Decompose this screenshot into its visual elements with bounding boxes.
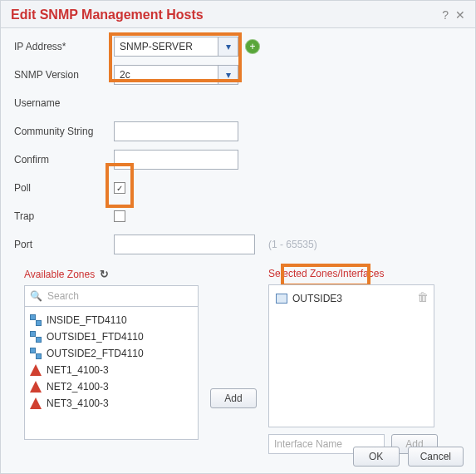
dialog-footer: OK Cancel: [353, 447, 464, 467]
zone-icon: [30, 331, 42, 343]
zones-mid-col: Add: [210, 268, 257, 454]
community-label: Community String: [14, 126, 114, 137]
row-poll: Poll ✓: [14, 178, 462, 198]
zone-item-label: NET1_4100-3: [47, 364, 109, 376]
list-item[interactable]: NET3_4100-3: [28, 395, 194, 412]
list-item[interactable]: INSIDE_FTD4110: [28, 312, 194, 328]
list-item[interactable]: OUTSIDE3: [274, 290, 429, 307]
trash-icon[interactable]: 🗑: [417, 290, 429, 304]
row-community: Community String: [14, 121, 462, 141]
username-label: Username: [14, 97, 114, 109]
selected-zones-list[interactable]: 🗑 OUTSIDE3: [268, 284, 434, 427]
chevron-down-icon[interactable]: ▾: [218, 37, 238, 56]
net-icon: [30, 381, 42, 393]
list-item[interactable]: NET2_4100-3: [28, 378, 194, 395]
row-port: Port (1 - 65535): [14, 235, 462, 254]
zone-item-label: OUTSIDE2_FTD4110: [47, 348, 144, 359]
net-icon: [30, 397, 42, 409]
zone-icon: [30, 314, 42, 326]
port-label: Port: [14, 239, 114, 250]
header-controls: ? ✕: [442, 8, 465, 22]
row-confirm: Confirm: [14, 150, 462, 170]
list-item[interactable]: NET1_4100-3: [28, 362, 194, 378]
selected-zones-title: Selected Zones/Interfaces: [268, 268, 438, 279]
row-version: SNMP Version 2c ▾: [14, 65, 462, 85]
row-ip: IP Address* SNMP-SERVER ▾ +: [14, 37, 462, 57]
ip-address-value: SNMP-SERVER: [120, 41, 193, 52]
trap-checkbox[interactable]: [114, 210, 125, 222]
community-input[interactable]: [114, 121, 238, 141]
zone-item-label: INSIDE_FTD4110: [47, 314, 127, 326]
zones-area: Available Zones ↻ 🔍 Search INSIDE_FTD411…: [1, 263, 475, 454]
snmp-version-value: 2c: [120, 69, 130, 81]
available-zones-label: Available Zones: [24, 269, 95, 280]
zone-icon: [30, 348, 42, 359]
zone-search-input[interactable]: 🔍 Search: [24, 285, 199, 307]
available-zones-list[interactable]: INSIDE_FTD4110 OUTSIDE1_FTD4110 OUTSIDE2…: [24, 307, 199, 440]
form-area: IP Address* SNMP-SERVER ▾ + SNMP Version…: [1, 28, 475, 254]
zone-item-label: NET3_4100-3: [47, 397, 109, 409]
search-icon: 🔍: [30, 290, 42, 302]
check-icon: ✓: [116, 184, 123, 193]
search-placeholder: Search: [47, 290, 79, 302]
selected-item-label: OUTSIDE3: [292, 293, 342, 304]
poll-checkbox[interactable]: ✓: [114, 182, 125, 194]
confirm-label: Confirm: [14, 154, 114, 165]
list-item[interactable]: OUTSIDE1_FTD4110: [28, 328, 194, 345]
available-zones-title: Available Zones ↻: [24, 268, 199, 280]
interface-icon: [276, 294, 287, 304]
net-icon: [30, 364, 42, 376]
add-ip-button[interactable]: +: [245, 39, 260, 54]
interface-placeholder: Interface Name: [274, 438, 342, 450]
list-item[interactable]: OUTSIDE2_FTD4110: [28, 345, 194, 362]
confirm-input[interactable]: [114, 150, 238, 170]
row-username: Username: [14, 93, 462, 113]
selected-zones-col: Selected Zones/Interfaces 🗑 OUTSIDE3 Int…: [268, 268, 438, 454]
zone-item-label: NET2_4100-3: [47, 381, 109, 393]
dialog-header: Edit SNMP Management Hosts ? ✕: [1, 1, 475, 28]
refresh-icon[interactable]: ↻: [100, 268, 109, 280]
ok-button[interactable]: OK: [353, 447, 400, 467]
close-icon[interactable]: ✕: [455, 8, 465, 22]
cancel-button[interactable]: Cancel: [408, 447, 464, 467]
chevron-down-icon[interactable]: ▾: [218, 66, 238, 84]
dialog-title: Edit SNMP Management Hosts: [11, 7, 204, 22]
version-label: SNMP Version: [14, 69, 114, 81]
ip-address-combo[interactable]: SNMP-SERVER ▾: [114, 37, 238, 57]
help-icon[interactable]: ?: [442, 8, 449, 22]
poll-label: Poll: [14, 182, 114, 194]
port-hint: (1 - 65535): [268, 239, 317, 250]
port-input[interactable]: [114, 235, 255, 254]
available-zones-col: Available Zones ↻ 🔍 Search INSIDE_FTD411…: [24, 268, 199, 454]
add-zone-button[interactable]: Add: [210, 388, 257, 408]
row-trap: Trap: [14, 206, 462, 226]
snmp-version-combo[interactable]: 2c ▾: [114, 65, 238, 85]
ip-label: IP Address*: [14, 41, 114, 52]
zone-item-label: OUTSIDE1_FTD4110: [47, 331, 144, 343]
trap-label: Trap: [14, 210, 114, 222]
